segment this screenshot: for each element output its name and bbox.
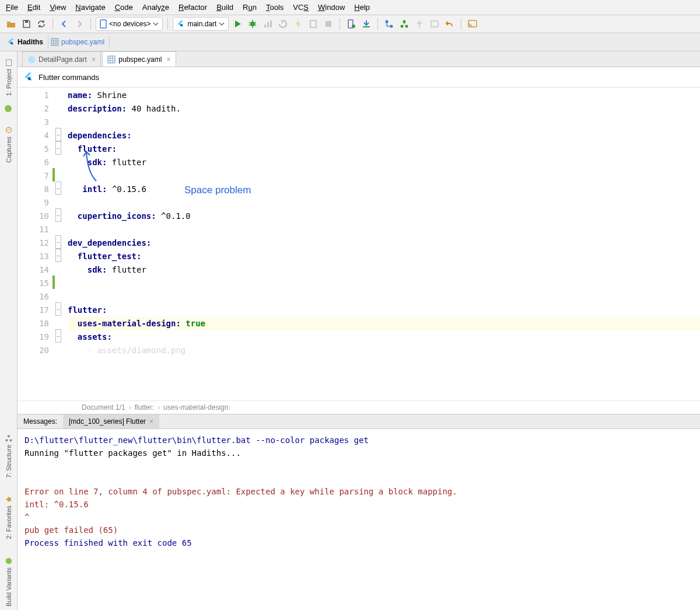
close-icon[interactable]: ×: [149, 417, 153, 426]
code-editor[interactable]: 1234567891011121314151617181920 −−−−−−−−…: [18, 88, 700, 400]
close-icon[interactable]: ×: [166, 55, 171, 64]
svg-point-24: [5, 558, 12, 564]
svg-point-19: [5, 105, 12, 112]
svg-rect-22: [9, 439, 12, 441]
flutter-commands-bar: Flutter commands: [18, 67, 700, 88]
breadcrumb-file-label: pubspec.yaml: [61, 38, 104, 46]
messages-console[interactable]: D:\flutter\flutter_new\flutter\bin\flutt…: [18, 429, 700, 610]
profile-button[interactable]: [261, 18, 274, 30]
editor-status-breadcrumb: Document 1/1›flutter:›uses-material-desi…: [18, 400, 700, 414]
menu-file[interactable]: File: [6, 3, 18, 12]
editor-tabs: DetailPage.dart × pubspec.yaml ×: [18, 51, 700, 67]
menu-build[interactable]: Build: [216, 3, 233, 12]
run-button[interactable]: [231, 18, 244, 30]
code-content[interactable]: Space problem name: Shrinedescription: 4…: [63, 88, 700, 400]
attach-button[interactable]: [307, 18, 320, 30]
left-tool-tabs: 1: Project Captures 7: Structure 2: Favo…: [0, 51, 18, 610]
breadcrumb-project[interactable]: Hadiths: [5, 36, 48, 48]
tab-pubspec[interactable]: pubspec.yaml ×: [102, 51, 176, 67]
sidetab-structure[interactable]: 7: Structure: [4, 431, 14, 482]
chevron-down-icon: [219, 21, 225, 27]
svg-rect-6: [310, 20, 316, 27]
menu-analyze[interactable]: Analyze: [142, 3, 169, 12]
tab-detailpage[interactable]: DetailPage.dart ×: [22, 51, 101, 67]
svg-point-11: [390, 25, 393, 28]
flash-button[interactable]: [292, 18, 304, 30]
flutter-icon: [177, 20, 185, 28]
vcs-push-button[interactable]: [413, 18, 426, 30]
svg-rect-1: [100, 20, 106, 28]
breadcrumb-project-label: Hadiths: [18, 38, 43, 46]
menu-tools[interactable]: Tools: [266, 3, 284, 12]
sidetab-project[interactable]: 1: Project: [4, 55, 14, 99]
flutter-icon: [23, 72, 34, 82]
breadcrumb: Hadiths pubspec.yaml: [0, 33, 700, 51]
sidetab-build-variants[interactable]: Build Variants: [4, 553, 14, 610]
svg-point-25: [28, 56, 35, 63]
svg-rect-23: [8, 435, 10, 437]
sync-button[interactable]: [35, 18, 48, 30]
svg-point-12: [403, 20, 406, 23]
stop-button[interactable]: [322, 18, 335, 30]
messages-header: Messages: [mdc_100_series] Flutter ×: [18, 414, 700, 429]
open-button[interactable]: [5, 18, 18, 30]
android-icon[interactable]: [5, 104, 13, 112]
menu-window[interactable]: Window: [318, 3, 345, 12]
menu-refactor[interactable]: Refactor: [178, 3, 207, 12]
svg-rect-3: [264, 25, 266, 27]
sdk-button[interactable]: [360, 18, 373, 30]
svg-rect-7: [326, 21, 331, 27]
run-config-selector[interactable]: main.dart: [173, 17, 229, 31]
svg-point-2: [250, 22, 255, 26]
menu-run[interactable]: Run: [243, 3, 257, 12]
menu-vcs[interactable]: VCS: [293, 3, 309, 12]
svg-rect-0: [25, 20, 28, 23]
cast-button[interactable]: [466, 18, 479, 30]
svg-rect-21: [5, 439, 8, 441]
vcs-commit-button[interactable]: [398, 18, 411, 30]
device-selector[interactable]: <no devices>: [96, 17, 163, 31]
line-numbers: 1234567891011121314151617181920: [18, 88, 54, 400]
sidetab-captures[interactable]: Captures: [4, 123, 14, 166]
svg-rect-18: [6, 60, 11, 66]
avd-button[interactable]: [345, 18, 358, 30]
svg-point-10: [386, 20, 388, 23]
svg-rect-4: [267, 22, 269, 27]
menu-navigate[interactable]: Navigate: [75, 3, 105, 12]
menu-help[interactable]: Help: [354, 3, 370, 12]
menu-code[interactable]: Code: [115, 3, 133, 12]
close-icon[interactable]: ×: [92, 55, 96, 64]
menu-view[interactable]: View: [50, 3, 66, 12]
arrow-annotation: [82, 149, 99, 184]
back-button[interactable]: [58, 18, 71, 30]
run-config-label: main.dart: [187, 20, 216, 28]
menu-edit[interactable]: Edit: [27, 3, 40, 12]
messages-tab[interactable]: [mdc_100_series] Flutter ×: [63, 414, 159, 428]
dart-file-icon: [27, 55, 36, 64]
breadcrumb-file[interactable]: pubspec.yaml: [48, 36, 110, 48]
svg-point-20: [6, 128, 11, 133]
grid-icon: [51, 38, 59, 46]
sidetab-favorites[interactable]: 2: Favorites: [4, 492, 14, 542]
forward-button[interactable]: [73, 18, 86, 30]
messages-tab-label: [mdc_100_series] Flutter: [69, 417, 146, 426]
svg-point-9: [352, 25, 355, 28]
tab-label: pubspec.yaml: [118, 55, 162, 64]
svg-rect-5: [270, 20, 272, 27]
svg-rect-26: [108, 56, 115, 63]
device-label: <no devices>: [109, 20, 150, 28]
annotation-text: Space problem: [184, 184, 251, 196]
svg-rect-17: [51, 39, 58, 46]
flutter-commands-label: Flutter commands: [38, 73, 99, 82]
vcs-history-button[interactable]: [428, 18, 441, 30]
svg-rect-15: [431, 21, 438, 27]
vcs-update-button[interactable]: [383, 18, 396, 30]
fold-column: −−−−−−−−: [54, 88, 63, 400]
save-all-button[interactable]: [20, 18, 33, 30]
messages-label: Messages:: [18, 414, 63, 428]
hot-reload-button[interactable]: [276, 18, 289, 30]
tab-label: DetailPage.dart: [38, 55, 87, 64]
debug-button[interactable]: [246, 18, 259, 30]
undo-button[interactable]: [443, 18, 456, 30]
chevron-down-icon: [153, 21, 159, 27]
